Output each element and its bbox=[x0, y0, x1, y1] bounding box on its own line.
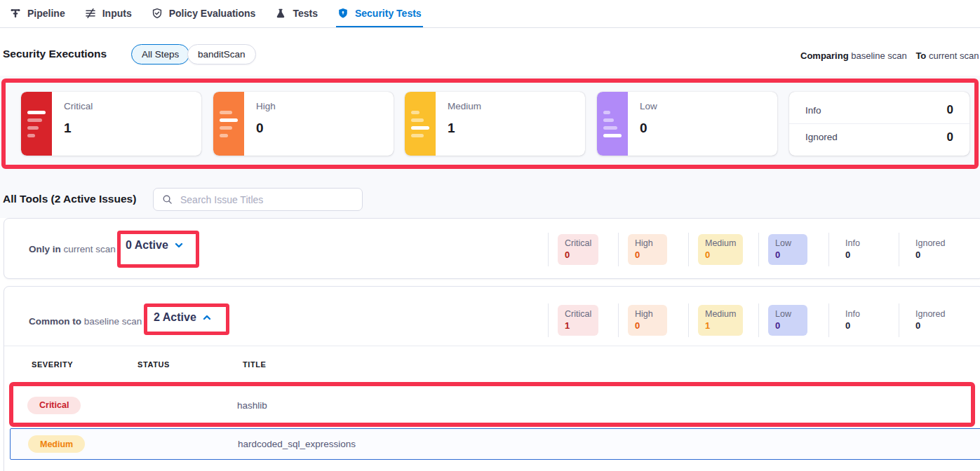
column-header-title: TITLE bbox=[243, 360, 267, 369]
summary-card-medium: Medium 1 bbox=[405, 92, 585, 156]
chip-low: Low0 bbox=[768, 305, 807, 335]
column-header-severity: SEVERITY bbox=[32, 360, 73, 369]
chip-medium: Medium0 bbox=[698, 234, 743, 264]
chip-medium: Medium1 bbox=[698, 305, 743, 335]
filter-pill-all-steps[interactable]: All Steps bbox=[131, 44, 189, 64]
ignored-row: Ignored 0 bbox=[789, 123, 969, 150]
tab-label: Policy Evaluations bbox=[169, 8, 256, 19]
to-label: To bbox=[915, 50, 926, 61]
severity-count-chips: Critical0 High0 Medium0 Low0 Info0 Ignor… bbox=[548, 233, 979, 266]
chip-high: High0 bbox=[628, 234, 667, 264]
tab-security-tests[interactable]: Security Tests bbox=[336, 0, 423, 27]
inputs-icon bbox=[85, 8, 96, 19]
chip-info: Info0 bbox=[838, 305, 878, 335]
tab-policy-evaluations[interactable]: Policy Evaluations bbox=[150, 0, 257, 27]
chip-critical: Critical0 bbox=[558, 234, 598, 264]
group-prefix: Common to bbox=[29, 316, 81, 327]
chevron-up-icon bbox=[202, 313, 212, 322]
info-label: Info bbox=[805, 105, 821, 116]
low-severity-icon bbox=[597, 92, 628, 156]
group-panel-only-in-current: Only in current scan 0 Active Critical0 … bbox=[4, 218, 980, 279]
card-label: Critical bbox=[64, 101, 93, 111]
tab-label: Inputs bbox=[102, 8, 132, 19]
tab-tests[interactable]: Tests bbox=[274, 0, 319, 27]
info-row: Info 0 bbox=[789, 97, 969, 123]
critical-severity-icon bbox=[21, 92, 52, 156]
issue-row-hashlib[interactable]: Critical hashlib bbox=[10, 384, 980, 426]
info-value: 0 bbox=[947, 103, 953, 117]
chip-ignored: Ignored0 bbox=[908, 234, 952, 264]
chevron-down-icon bbox=[174, 240, 184, 250]
group-scan: baseline scan bbox=[84, 316, 142, 327]
group-label: Common to baseline scan bbox=[29, 316, 142, 327]
issue-title: hashlib bbox=[237, 400, 267, 411]
page-title: Security Executions bbox=[3, 48, 107, 60]
active-count-dropdown[interactable]: 2 Active bbox=[154, 311, 212, 324]
severity-badge: Medium bbox=[28, 435, 85, 453]
chip-critical: Critical1 bbox=[558, 305, 598, 335]
high-severity-icon bbox=[213, 92, 244, 156]
card-label: High bbox=[256, 101, 276, 111]
summary-card-critical: Critical 1 bbox=[21, 92, 201, 156]
summary-card-low: Low 0 bbox=[597, 92, 777, 156]
security-tests-icon bbox=[337, 8, 349, 19]
active-count-dropdown[interactable]: 0 Active bbox=[126, 239, 184, 252]
group-scan: current scan bbox=[64, 244, 116, 254]
summary-card-high: High 0 bbox=[213, 92, 394, 156]
divider bbox=[4, 346, 980, 346]
to-value: current scan bbox=[929, 50, 979, 61]
group-label: Only in current scan bbox=[29, 244, 116, 254]
chip-ignored: Ignored0 bbox=[908, 305, 952, 335]
tab-label: Tests bbox=[293, 8, 318, 19]
issue-search-box bbox=[153, 188, 363, 211]
card-value: 0 bbox=[256, 121, 276, 136]
issue-row-hardcoded-sql-expressions[interactable]: Medium hardcoded_sql_expressions bbox=[10, 428, 980, 460]
tab-inputs[interactable]: Inputs bbox=[83, 0, 133, 27]
pill-label: All Steps bbox=[142, 49, 179, 60]
card-value: 1 bbox=[64, 121, 93, 136]
card-label: Low bbox=[640, 101, 657, 111]
execution-tabbar: Pipeline Inputs Policy Evaluations Tests… bbox=[0, 0, 980, 28]
severity-count-chips: Critical1 High0 Medium1 Low0 Info0 Ignor… bbox=[548, 303, 979, 337]
security-tests-page: Pipeline Inputs Policy Evaluations Tests… bbox=[0, 0, 980, 471]
comparing-info: Comparing baseline scan To current scan bbox=[800, 50, 980, 61]
card-label: Medium bbox=[448, 101, 481, 111]
chip-low: Low0 bbox=[768, 234, 807, 264]
card-value: 1 bbox=[448, 121, 481, 136]
group-panel-common-to-baseline: Common to baseline scan 2 Active Critica… bbox=[4, 286, 980, 471]
ignored-value: 0 bbox=[947, 130, 953, 144]
filter-pill-banditscan[interactable]: banditScan bbox=[187, 44, 256, 64]
comparing-value: baseline scan bbox=[851, 50, 907, 61]
chip-high: High0 bbox=[628, 305, 667, 335]
summary-card-info-ignored: Info 0 Ignored 0 bbox=[789, 92, 969, 156]
pill-label: banditScan bbox=[198, 49, 246, 60]
medium-severity-icon bbox=[405, 92, 436, 156]
active-count-label: 0 Active bbox=[126, 239, 168, 252]
tab-pipeline[interactable]: Pipeline bbox=[8, 0, 67, 27]
ignored-label: Ignored bbox=[805, 132, 838, 142]
column-header-status: STATUS bbox=[137, 360, 170, 369]
card-value: 0 bbox=[640, 121, 657, 136]
severity-badge: Critical bbox=[27, 397, 81, 414]
search-input[interactable] bbox=[179, 193, 354, 206]
issue-title: hardcoded_sql_expressions bbox=[238, 439, 356, 449]
tests-icon bbox=[275, 8, 286, 19]
tab-label: Security Tests bbox=[355, 8, 422, 19]
active-count-label: 2 Active bbox=[154, 311, 196, 324]
pipeline-icon bbox=[10, 8, 21, 19]
comparing-label: Comparing bbox=[800, 50, 849, 61]
chip-info: Info0 bbox=[838, 234, 878, 264]
policy-evaluations-icon bbox=[152, 8, 163, 19]
group-prefix: Only in bbox=[29, 244, 61, 254]
tab-label: Pipeline bbox=[27, 8, 65, 19]
all-tools-title: All Tools (2 Active Issues) bbox=[3, 193, 136, 205]
search-icon bbox=[162, 194, 173, 205]
